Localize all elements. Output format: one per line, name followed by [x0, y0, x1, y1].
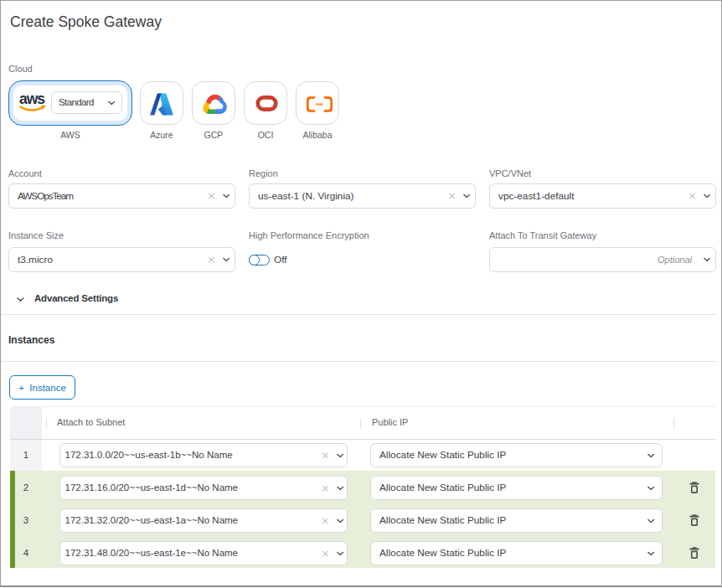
svg-text:aws: aws [19, 90, 45, 107]
